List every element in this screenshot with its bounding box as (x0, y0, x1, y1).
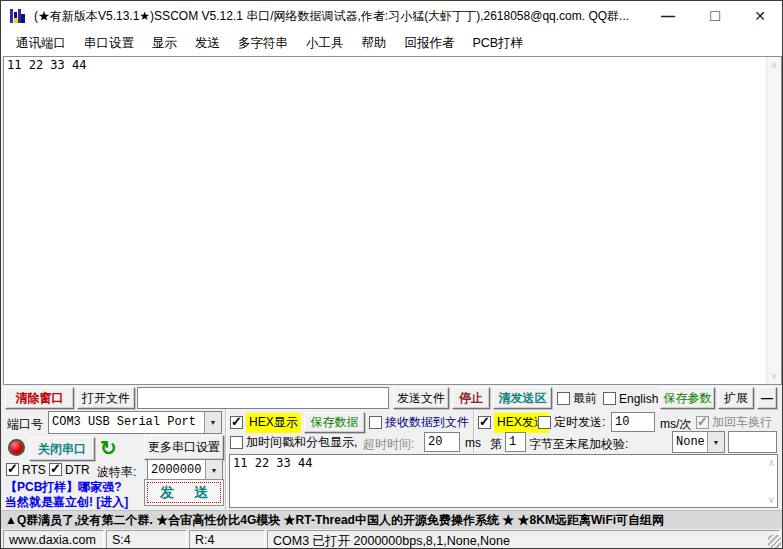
chevron-down-icon[interactable]: ▼ (707, 432, 724, 452)
timestamp-label: 加时间戳和分包显示, (246, 434, 357, 451)
checksum-combobox-value: None (673, 432, 707, 452)
port-status-led-icon (10, 441, 23, 454)
checksum-byte-input[interactable] (505, 432, 526, 452)
menu-pcb[interactable]: PCB打样 (464, 32, 533, 55)
clear-window-button[interactable]: 清除窗口 (5, 387, 74, 409)
sscom-window: (★有新版本V5.13.1★)SSCOM V5.12.1 串口/网络数据调试器,… (0, 0, 783, 549)
english-label: English (619, 392, 658, 406)
chevron-down-icon[interactable]: ▼ (204, 412, 221, 433)
save-params-button[interactable]: 保存参数 (660, 387, 715, 409)
extend-button[interactable]: 扩展 (718, 387, 754, 409)
dtr-label: DTR (65, 463, 90, 477)
recv-to-file-label: 接收数据到文件 (385, 414, 469, 431)
receive-area[interactable]: 11 22 33 44 ∧ ∨ (3, 56, 782, 385)
timeout-unit-label: ms (465, 436, 481, 450)
port-combobox[interactable]: COM3 USB Serial Port ▼ (48, 411, 222, 434)
close-port-button[interactable]: 关闭串口 (29, 437, 95, 461)
crlf-checkbox-box[interactable] (696, 416, 709, 429)
timed-send-label: 定时发送: (554, 414, 605, 431)
menu-multistring[interactable]: 多字符串 (229, 32, 297, 55)
refresh-ports-icon[interactable]: ↻ (100, 438, 117, 458)
close-icon[interactable]: ✕ (741, 1, 779, 31)
english-checkbox-box[interactable] (603, 392, 616, 405)
timestamp-checkbox[interactable]: 加时间戳和分包显示, (230, 435, 357, 450)
menu-display[interactable]: 显示 (143, 32, 186, 55)
scroll-up-icon[interactable]: ∧ (768, 457, 775, 468)
checksum-extra-input[interactable] (728, 431, 777, 453)
topmost-checkbox[interactable]: 最前 (557, 391, 597, 406)
send-file-button[interactable]: 发送文件 (393, 387, 449, 409)
status-sent-count: S:4 (106, 530, 187, 549)
receive-scrollbar[interactable]: ∧ ∨ (766, 57, 781, 384)
timeout-input[interactable] (424, 432, 460, 452)
status-port-info: COM3 已打开 2000000bps,8,1,None,None (267, 530, 780, 549)
timed-send-checkbox[interactable]: 定时发送: (538, 415, 605, 430)
crlf-label: 加回车换行 (712, 414, 772, 431)
file-path-input[interactable] (137, 387, 389, 409)
scroll-down-icon[interactable]: ∨ (768, 494, 775, 505)
maximize-icon[interactable]: □ (696, 1, 734, 31)
status-bar: www.daxia.com S:4 R:4 COM3 已打开 2000000bp… (1, 529, 782, 549)
menu-comm-port[interactable]: 通讯端口 (7, 32, 75, 55)
panel-divider (225, 409, 226, 509)
open-file-button[interactable]: 打开文件 (77, 387, 135, 409)
timeout-label: 超时时间: (363, 436, 414, 453)
recv-to-file-checkbox-box[interactable] (369, 416, 382, 429)
port-label: 端口号 (7, 416, 43, 433)
app-icon (9, 7, 27, 25)
hex-send-checkbox-box[interactable] (478, 416, 491, 429)
menu-help[interactable]: 帮助 (353, 32, 396, 55)
title-bar: (★有新版本V5.13.1★)SSCOM V5.12.1 串口/网络数据调试器,… (1, 1, 782, 31)
baud-combobox[interactable]: 2000000 ▼ (147, 459, 223, 481)
english-checkbox[interactable]: English (603, 391, 658, 406)
status-received-count: R:4 (189, 530, 265, 549)
checksum-byte-prefix: 第 (490, 436, 502, 453)
save-data-button[interactable]: 保存数据 (304, 412, 365, 433)
send-text: 11 22 33 44 (233, 456, 312, 470)
collapse-button[interactable]: — (757, 387, 777, 409)
more-settings-button[interactable]: 更多串口设置 (144, 435, 224, 460)
stop-button[interactable]: 停止 (452, 387, 490, 409)
timestamp-checkbox-box[interactable] (230, 436, 243, 449)
receive-text: 11 22 33 44 (7, 58, 86, 72)
notice-bar: ▲Q群满员了,没有第二个群. ★合宙高性价比4G模块 ★RT-Thread中国人… (1, 510, 782, 529)
hex-display-label: HEX显示 (246, 413, 301, 433)
minimize-icon[interactable]: — (649, 1, 687, 31)
send-text-area[interactable]: 11 22 33 44 ∧ ∨ (229, 454, 778, 508)
scroll-down-icon[interactable]: ∨ (767, 368, 781, 384)
checksum-label: 字节至末尾加校验: (529, 436, 628, 453)
status-website: www.daxia.com (3, 530, 104, 549)
dtr-checkbox-box[interactable] (49, 463, 62, 476)
resize-grip[interactable] (768, 535, 781, 548)
scroll-up-icon[interactable]: ∧ (767, 57, 781, 73)
window-title: (★有新版本V5.13.1★)SSCOM V5.12.1 串口/网络数据调试器,… (34, 8, 629, 25)
pcb-ad-line2[interactable]: 当然就是嘉立创! [进入] (5, 494, 128, 511)
rts-checkbox-box[interactable] (6, 463, 19, 476)
hex-display-checkbox-box[interactable] (230, 416, 243, 429)
baud-combobox-value: 2000000 (148, 460, 205, 480)
menu-feedback[interactable]: 回报作者 (396, 32, 464, 55)
chevron-down-icon[interactable]: ▼ (205, 460, 222, 480)
menu-port-setup[interactable]: 串口设置 (75, 32, 143, 55)
topmost-checkbox-box[interactable] (557, 392, 570, 405)
menu-send[interactable]: 发送 (186, 32, 229, 55)
hex-display-checkbox[interactable]: HEX显示 (230, 415, 301, 430)
topmost-label: 最前 (573, 390, 597, 407)
rts-checkbox[interactable]: RTS (6, 462, 46, 477)
menu-bar: 通讯端口 串口设置 显示 发送 多字符串 小工具 帮助 回报作者 PCB打样 (1, 31, 782, 56)
send-button[interactable]: 发 送 (144, 479, 224, 506)
dtr-checkbox[interactable]: DTR (49, 462, 90, 477)
crlf-checkbox[interactable]: 加回车换行 (696, 415, 772, 430)
menu-tools[interactable]: 小工具 (297, 32, 353, 55)
rts-label: RTS (22, 463, 46, 477)
checksum-combobox[interactable]: None ▼ (672, 431, 725, 453)
timed-send-checkbox-box[interactable] (538, 416, 551, 429)
recv-to-file-checkbox[interactable]: 接收数据到文件 (369, 415, 469, 430)
clear-send-button[interactable]: 清发送区 (493, 387, 552, 409)
interval-input[interactable] (611, 412, 655, 432)
port-combobox-value: COM3 USB Serial Port (49, 412, 204, 433)
